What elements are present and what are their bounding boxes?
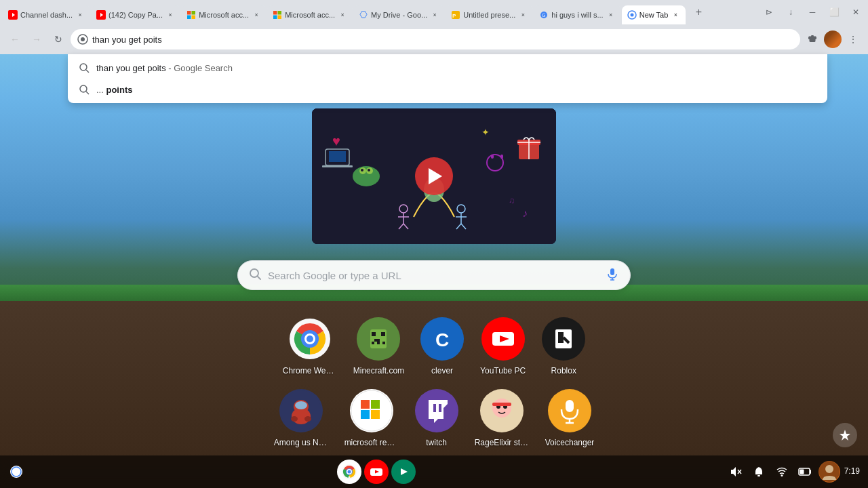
clever-label: clever bbox=[431, 366, 453, 375]
extensions-button[interactable] bbox=[803, 30, 822, 49]
shortcut-roblox[interactable]: Roblox bbox=[536, 312, 591, 381]
svg-text:C: C bbox=[435, 329, 449, 350]
maximize-button[interactable]: ⬜ bbox=[825, 3, 844, 22]
address-bar[interactable]: than you get poits bbox=[71, 29, 800, 49]
tab-close-8[interactable]: × bbox=[671, 10, 680, 20]
taskbar-apps bbox=[27, 460, 726, 484]
svg-text:✦: ✦ bbox=[481, 127, 490, 138]
svg-point-22 bbox=[80, 85, 87, 92]
profile-avatar bbox=[824, 30, 842, 48]
minimize-button[interactable]: ─ bbox=[803, 3, 822, 22]
svg-rect-6 bbox=[187, 16, 191, 20]
tab-close-4[interactable]: × bbox=[338, 10, 347, 20]
search-bar[interactable]: Search Google or type a URL bbox=[237, 260, 631, 290]
customize-button-wrap bbox=[833, 423, 857, 447]
forward-button[interactable]: → bbox=[27, 30, 46, 49]
cast-button[interactable]: ⊳ bbox=[760, 3, 778, 22]
svg-rect-67 bbox=[372, 332, 376, 336]
svg-rect-9 bbox=[278, 11, 282, 15]
tab-close-1[interactable]: × bbox=[75, 10, 85, 20]
tab-drive[interactable]: My Drive - Goo... × bbox=[353, 5, 445, 24]
tab-favicon-8 bbox=[627, 10, 637, 20]
tab-title-6: Untitled prese... bbox=[463, 11, 515, 19]
taskbar-notifications[interactable] bbox=[749, 462, 768, 481]
svg-text:G: G bbox=[542, 13, 545, 18]
taskbar-battery-icon[interactable] bbox=[795, 462, 814, 481]
taskbar-avatar[interactable] bbox=[818, 461, 840, 483]
shortcut-chrome-web[interactable]: Chrome Web ... bbox=[277, 312, 342, 381]
autocomplete-dropdown: than you get poits - Google Search ... p… bbox=[68, 54, 827, 103]
tab-microsoft-1[interactable]: Microsoft acc... × bbox=[181, 5, 267, 24]
svg-point-118 bbox=[781, 474, 783, 476]
svg-rect-7 bbox=[192, 16, 196, 20]
tab-close-3[interactable]: × bbox=[252, 10, 261, 20]
autocomplete-suggestion-item[interactable]: ... points bbox=[68, 79, 827, 100]
taskbar-launcher[interactable] bbox=[5, 461, 27, 483]
shortcut-twitch[interactable]: twitch bbox=[410, 384, 464, 453]
svg-text:♫: ♫ bbox=[509, 196, 515, 205]
svg-rect-42 bbox=[491, 155, 494, 159]
tab-microsoft-2[interactable]: Microsoft acc... × bbox=[267, 5, 353, 24]
svg-point-84 bbox=[295, 401, 307, 409]
microsoft-rew-label: microsoft rew... bbox=[344, 438, 399, 447]
mic-icon[interactable] bbox=[606, 267, 619, 284]
autocomplete-main-item[interactable]: than you get poits - Google Search bbox=[68, 57, 827, 79]
reload-button[interactable]: ↻ bbox=[49, 30, 68, 49]
tab-copy[interactable]: (142) Copy Pa... × bbox=[91, 5, 180, 24]
google-doodle[interactable]: ♥ ♪ ♫ ✦ bbox=[312, 108, 556, 244]
tab-channel-dash[interactable]: Channel dash... × bbox=[3, 5, 90, 24]
svg-point-32 bbox=[368, 169, 370, 171]
svg-rect-10 bbox=[273, 16, 277, 20]
new-tab-button[interactable]: + bbox=[689, 3, 708, 22]
svg-rect-94 bbox=[433, 404, 436, 412]
customize-button[interactable] bbox=[833, 423, 857, 447]
taskbar-mute-button[interactable] bbox=[726, 462, 745, 481]
shortcut-minecraft[interactable]: Minecraft.com bbox=[348, 312, 410, 381]
close-window-button[interactable]: ✕ bbox=[846, 3, 865, 22]
menu-button[interactable]: ⋮ bbox=[844, 30, 863, 49]
shortcut-among-us[interactable]: Among us Nin... bbox=[269, 384, 334, 453]
shortcuts-row-1: Chrome Web ... Minecraft.com bbox=[277, 312, 591, 381]
toolbar-right: ⋮ bbox=[803, 30, 863, 49]
back-button[interactable]: ← bbox=[5, 30, 24, 49]
search-icon bbox=[249, 268, 261, 283]
tab-close-2[interactable]: × bbox=[165, 10, 175, 20]
tab-close-5[interactable]: × bbox=[430, 10, 439, 20]
shortcut-clever[interactable]: C clever bbox=[415, 312, 469, 381]
taskbar-wifi-icon[interactable] bbox=[772, 462, 791, 481]
tab-favicon-6: P bbox=[451, 10, 460, 20]
taskbar-time[interactable]: 7:19 bbox=[844, 466, 860, 477]
profile-button[interactable] bbox=[823, 30, 842, 49]
tab-new-tab[interactable]: New Tab × bbox=[622, 5, 686, 24]
svg-rect-117 bbox=[757, 475, 760, 476]
svg-rect-57 bbox=[610, 268, 614, 275]
shortcut-youtube[interactable]: YouTube PC bbox=[475, 312, 531, 381]
tab-title-4: Microsoft acc... bbox=[285, 11, 335, 19]
svg-rect-93 bbox=[439, 404, 441, 412]
shortcut-rageelixir[interactable]: RageElixir store bbox=[469, 384, 534, 453]
svg-text:♥: ♥ bbox=[332, 134, 340, 148]
autocomplete-suggestion-text: ... points bbox=[96, 85, 132, 95]
tab-title-2: (142) Copy Pa... bbox=[108, 11, 163, 19]
tab-close-6[interactable]: × bbox=[518, 10, 528, 20]
tab-title-1: Channel dash... bbox=[20, 11, 73, 19]
taskbar-youtube[interactable] bbox=[364, 460, 389, 484]
svg-rect-80 bbox=[558, 332, 564, 343]
svg-rect-72 bbox=[382, 342, 385, 344]
shortcut-voicechanger[interactable]: Voicechanger bbox=[540, 384, 600, 453]
tab-hi-guys[interactable]: G hi guys i will s... × bbox=[534, 5, 620, 24]
doodle-play-button[interactable] bbox=[415, 157, 453, 195]
address-text: than you get poits bbox=[92, 35, 793, 45]
svg-rect-101 bbox=[566, 400, 574, 412]
taskbar-chrome[interactable] bbox=[337, 460, 361, 484]
twitch-icon bbox=[415, 389, 458, 432]
svg-rect-69 bbox=[374, 339, 377, 342]
svg-rect-99 bbox=[492, 403, 511, 406]
shortcut-microsoft-rew[interactable]: microsoft rew... bbox=[339, 384, 404, 453]
tab-favicon-5 bbox=[359, 10, 368, 20]
tab-presentation[interactable]: P Untitled prese... × bbox=[446, 5, 533, 24]
tab-close-7[interactable]: × bbox=[606, 10, 616, 20]
search-suggestion-icon bbox=[79, 62, 90, 73]
downloads-button[interactable]: ↓ bbox=[781, 3, 800, 22]
taskbar-play-store[interactable] bbox=[391, 460, 416, 484]
